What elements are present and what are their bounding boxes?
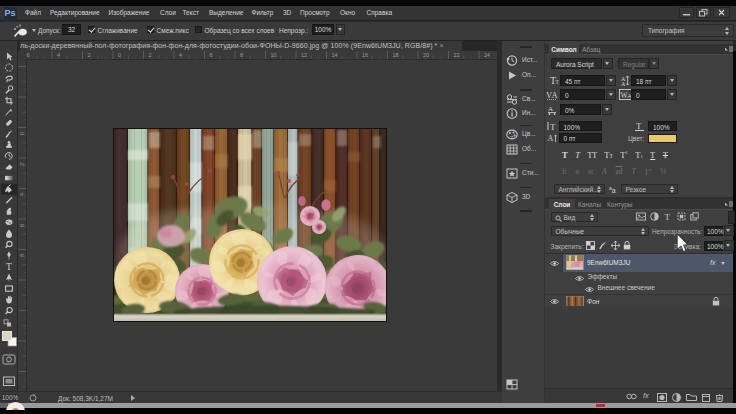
svg-text:A: A (552, 90, 559, 100)
svg-text:T: T (665, 212, 671, 221)
svg-text:A: A (548, 105, 553, 113)
svg-text:T: T (6, 262, 12, 272)
svg-text:T: T (550, 122, 556, 132)
svg-text:A: A (548, 134, 554, 143)
svg-text:A: A (621, 81, 626, 87)
svg-text:T: T (556, 79, 560, 85)
svg-text:T: T (636, 121, 642, 131)
